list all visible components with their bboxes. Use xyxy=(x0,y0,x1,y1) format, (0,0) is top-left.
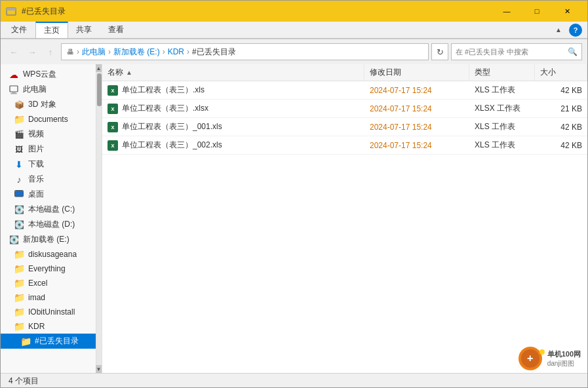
xls-002-icon: x xyxy=(108,140,118,151)
ribbon-collapse-btn[interactable]: ▲ xyxy=(551,22,566,38)
sidebar-item-desktop[interactable]: 桌面 xyxy=(1,187,96,202)
file-name-cell: x 单位工程表（表三）.xls xyxy=(102,85,364,96)
help-btn[interactable]: ? xyxy=(569,24,582,37)
watermark-site: danji图图 xyxy=(547,359,581,368)
table-row[interactable]: x 单位工程表（表三）_001.xls 2024-07-17 15:24 XLS… xyxy=(102,118,587,136)
sidebar-item-local-d[interactable]: 💽 本地磁盘 (D:) xyxy=(1,217,96,232)
sidebar-item-3d-objects[interactable]: 📦 3D 对象 xyxy=(1,97,96,112)
title-text: #已丢失目录 xyxy=(22,6,66,17)
window-icon xyxy=(6,6,16,16)
refresh-button[interactable]: ↻ xyxy=(431,43,448,60)
file-type: XLS 工作表 xyxy=(469,85,535,96)
table-row[interactable]: x 单位工程表（表三）.xls 2024-07-17 15:24 XLS 工作表… xyxy=(102,81,587,100)
breadcrumb-drive[interactable]: 新加载卷 (E:) xyxy=(113,47,160,58)
sidebar-label-wps-cloud: WPS云盘 xyxy=(23,69,56,80)
header-name[interactable]: 名称 ▲ xyxy=(102,64,364,81)
sidebar-item-iobit[interactable]: 📁 IObitUninstall xyxy=(1,305,96,319)
sidebar-scrollbar-thumb xyxy=(97,73,102,106)
xls-001-icon: x xyxy=(108,122,118,132)
sidebar-label-kdr: KDR xyxy=(28,322,45,331)
everything-icon: 📁 xyxy=(14,263,24,274)
sidebar-item-imad[interactable]: 📁 imad xyxy=(1,290,96,305)
sidebar-label-this-pc: 此电脑 xyxy=(23,84,47,95)
tab-view[interactable]: 查看 xyxy=(100,22,132,38)
sidebar-item-local-c[interactable]: 💽 本地磁盘 (C:) xyxy=(1,202,96,217)
back-button[interactable]: ← xyxy=(6,44,22,60)
breadcrumb-current: #已丢失目录 xyxy=(192,47,236,58)
breadcrumb-pc[interactable]: 此电脑 xyxy=(82,47,106,58)
this-pc-icon xyxy=(9,85,19,95)
drive-e-icon: 💽 xyxy=(9,235,19,245)
pictures-icon: 🖼 xyxy=(14,144,24,155)
address-bar-row: ← → ↑ 🖶 › 此电脑 › 新加载卷 (E:) › KDR › #已丢失目录… xyxy=(1,39,587,64)
title-bar: #已丢失目录 — □ ✕ xyxy=(1,1,587,22)
file-name-cell: x 单位工程表（表三）_002.xls xyxy=(102,140,364,151)
close-button[interactable]: ✕ xyxy=(552,1,582,22)
breadcrumb: 🖶 › 此电脑 › 新加载卷 (E:) › KDR › #已丢失目录 xyxy=(67,47,236,58)
tab-file[interactable]: 文件 xyxy=(3,22,35,38)
search-box[interactable]: 🔍 xyxy=(451,43,582,60)
sidebar-label-videos: 视频 xyxy=(28,128,44,140)
tab-home[interactable]: 主页 xyxy=(35,22,68,38)
header-date[interactable]: 修改日期 xyxy=(364,64,469,81)
table-row[interactable]: x 单位工程表（表三）.xlsx 2024-07-17 15:24 XLSX 工… xyxy=(102,100,587,118)
sidebar-item-pictures[interactable]: 🖼 图片 xyxy=(1,142,96,157)
header-type[interactable]: 类型 xyxy=(469,64,535,81)
svg-rect-5 xyxy=(15,191,23,197)
file-name: 单位工程表（表三）.xls xyxy=(122,85,205,96)
sidebar-label-diskusageana: diskusageana xyxy=(28,250,77,259)
3d-icon: 📦 xyxy=(14,100,24,110)
sidebar-label-pictures: 图片 xyxy=(28,144,44,155)
xlsx-icon: x xyxy=(108,104,118,114)
window-controls: — □ ✕ xyxy=(492,1,582,22)
sidebar-item-documents[interactable]: 📁 Documents xyxy=(1,112,96,126)
local-c-icon: 💽 xyxy=(14,204,24,215)
forward-button[interactable]: → xyxy=(24,44,40,60)
sidebar-label-imad: imad xyxy=(28,293,45,302)
file-type: XLSX 工作表 xyxy=(469,103,535,114)
file-area: 名称 ▲ 修改日期 类型 大小 x 单位工程表（表三）.xls xyxy=(102,64,587,373)
svg-rect-4 xyxy=(10,93,17,94)
excel-folder-icon: 📁 xyxy=(14,278,24,288)
table-row[interactable]: x 单位工程表（表三）_002.xls 2024-07-17 15:24 XLS… xyxy=(102,136,587,155)
sidebar-label-local-c: 本地磁盘 (C:) xyxy=(28,204,75,215)
address-box[interactable]: 🖶 › 此电脑 › 新加载卷 (E:) › KDR › #已丢失目录 xyxy=(61,43,429,60)
sidebar-item-kdr[interactable]: 📁 KDR xyxy=(1,319,96,334)
sidebar-item-downloads[interactable]: ⬇ 下载 xyxy=(1,157,96,172)
sidebar-label-everything: Everything xyxy=(28,264,66,273)
sidebar-item-wps-cloud[interactable]: ☁ WPS云盘 xyxy=(1,67,96,82)
lost-dir-icon: 📁 xyxy=(20,336,31,347)
sidebar-label-3d: 3D 对象 xyxy=(28,99,56,110)
diskusageana-icon: 📁 xyxy=(14,249,24,260)
sidebar-item-drive-e[interactable]: 💽 新加载卷 (E:) xyxy=(1,232,96,247)
sidebar-label-drive-e: 新加载卷 (E:) xyxy=(23,234,69,245)
sidebar-item-music[interactable]: ♪ 音乐 xyxy=(1,172,96,187)
up-button[interactable]: ↑ xyxy=(43,44,58,60)
sidebar-label-documents: Documents xyxy=(28,115,68,124)
sidebar-item-diskusageana[interactable]: 📁 diskusageana xyxy=(1,247,96,262)
breadcrumb-kdr[interactable]: KDR xyxy=(168,47,184,56)
minimize-button[interactable]: — xyxy=(492,1,522,22)
search-input[interactable] xyxy=(456,48,565,56)
sidebar-item-excel[interactable]: 📁 Excel xyxy=(1,276,96,290)
sidebar-item-this-pc[interactable]: 此电脑 xyxy=(1,82,96,97)
file-type: XLS 工作表 xyxy=(469,121,535,132)
svg-rect-2 xyxy=(10,86,18,92)
sort-arrow-name: ▲ xyxy=(126,69,132,76)
status-text: 4 个项目 xyxy=(9,376,39,387)
ribbon: 文件 主页 共享 查看 ▲ ? xyxy=(1,22,587,39)
file-date: 2024-07-17 15:24 xyxy=(364,104,469,113)
kdr-icon: 📁 xyxy=(14,321,24,332)
file-size: 21 KB xyxy=(535,104,587,113)
sidebar-item-everything[interactable]: 📁 Everything xyxy=(1,262,96,276)
search-icon[interactable]: 🔍 xyxy=(568,47,578,56)
tab-share[interactable]: 共享 xyxy=(68,22,100,38)
sidebar-scrollbar[interactable]: ▲ ▼ xyxy=(96,64,102,373)
sidebar-item-videos[interactable]: 🎬 视频 xyxy=(1,126,96,142)
maximize-button[interactable]: □ xyxy=(522,1,552,22)
header-size[interactable]: 大小 xyxy=(535,64,587,81)
sidebar-label-music: 音乐 xyxy=(28,174,44,185)
iobit-icon: 📁 xyxy=(14,307,24,317)
sidebar-item-lost-dir[interactable]: 📁 #已丢失目录 xyxy=(1,334,96,349)
ribbon-tabs: 文件 主页 共享 查看 ▲ ? xyxy=(1,22,587,39)
